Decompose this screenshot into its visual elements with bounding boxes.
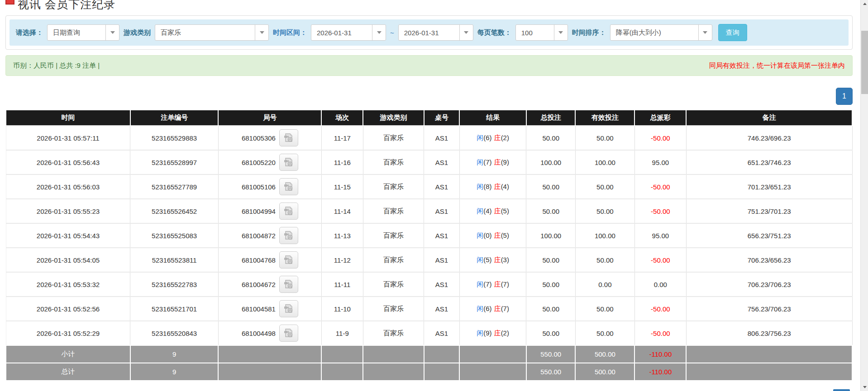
cell-total-payout: 0.00 <box>634 272 686 297</box>
bottom-page-1-button[interactable] <box>833 389 850 391</box>
scrollbar-thumb[interactable] <box>861 31 868 94</box>
table-row: 2026-01-31 05:56:03 523165527789 6810051… <box>6 174 852 199</box>
result-player-count: (7) <box>483 280 491 288</box>
table-row: 2026-01-31 05:52:29 523165520843 6810044… <box>6 321 852 345</box>
video-replay-button[interactable] <box>279 203 298 220</box>
result-banker-count: (7) <box>501 280 509 288</box>
cell-time: 2026-01-31 05:54:05 <box>6 248 130 272</box>
cell-bet-id: 523165523811 <box>130 248 218 272</box>
subtotal-label: 小计 <box>6 345 130 363</box>
video-replay-icon <box>283 206 294 216</box>
page-size-select[interactable]: 100 <box>515 24 568 41</box>
cell-total-bet[interactable]: 50.00 <box>526 297 575 321</box>
cell-total-bet[interactable]: 50.00 <box>526 272 575 297</box>
table-row: 2026-01-31 05:54:05 523165523811 6810047… <box>6 248 852 272</box>
cell-bet-id: 523165521701 <box>130 297 218 321</box>
vertical-scrollbar[interactable] <box>860 0 868 391</box>
cell-bet-id: 523165526452 <box>130 199 218 223</box>
result-player-label: 闲 <box>477 134 483 141</box>
cell-result: 闲(4)庄(5) <box>459 199 526 223</box>
cell-bet-id: 523165520843 <box>130 321 218 345</box>
result-player-count: (8) <box>483 183 491 190</box>
cell-total-bet[interactable]: 50.00 <box>526 199 575 223</box>
result-player-label: 闲 <box>477 280 483 288</box>
cell-time: 2026-01-31 05:52:29 <box>6 321 130 345</box>
cell-round-id: 681004872 <box>218 223 321 248</box>
video-replay-button[interactable] <box>279 276 298 293</box>
result-banker-label: 庄 <box>494 280 501 288</box>
cell-bet-id: 523165527789 <box>130 174 218 199</box>
date-from-select[interactable]: 2026-01-31 <box>311 24 386 41</box>
cell-total-bet[interactable]: 100.00 <box>526 150 575 174</box>
video-replay-button[interactable] <box>279 227 298 244</box>
time-sort-select[interactable]: 降幂(由大到小) <box>610 24 712 41</box>
cell-game-type: 百家乐 <box>363 321 424 345</box>
query-button[interactable]: 查询 <box>718 24 747 41</box>
cell-table-no: AS1 <box>424 150 460 174</box>
column-header-total-bet: 总投注 <box>526 110 575 126</box>
cell-total-payout: -50.00 <box>634 297 686 321</box>
total-payout: -110.00 <box>634 363 686 381</box>
bet-records-table: 时间 注单编号 局号 场次 游戏类别 桌号 结果 总投注 有效投注 总派彩 备注… <box>5 110 853 381</box>
cell-total-bet[interactable]: 50.00 <box>526 174 575 199</box>
result-banker-label: 庄 <box>494 231 501 239</box>
result-player-count: (6) <box>483 305 491 312</box>
result-player-count: (5) <box>483 256 491 264</box>
result-banker-count: (2) <box>501 134 509 141</box>
result-banker-label: 庄 <box>494 158 501 166</box>
result-player-label: 闲 <box>477 207 483 215</box>
range-separator: ~ <box>390 29 394 37</box>
cell-session: 11-9 <box>321 321 363 345</box>
scroll-down-arrow-icon[interactable] <box>861 383 868 391</box>
cell-total-bet[interactable]: 50.00 <box>526 126 575 150</box>
cell-table-no: AS1 <box>424 223 460 248</box>
result-player-count: (7) <box>483 158 491 166</box>
cell-table-no: AS1 <box>424 126 460 150</box>
round-id-text: 681004498 <box>242 330 276 337</box>
cell-total-payout: -50.00 <box>634 248 686 272</box>
result-banker-label: 庄 <box>494 207 501 215</box>
time-range-label: 时间区间： <box>273 28 307 37</box>
summary-bar: 币别：人民币 | 总共 :9 注单 | 同局有效投注，统一计算在该局第一张注单内 <box>5 55 853 76</box>
cell-valid-bet: 50.00 <box>575 321 634 345</box>
game-type-select[interactable]: 百家乐 <box>155 24 269 41</box>
cell-note: 706.23/656.23 <box>686 248 852 272</box>
cell-total-bet[interactable]: 50.00 <box>526 248 575 272</box>
filter-panel: 请选择： 日期查询 游戏类别 百家乐 时间区间： 2026-01-31 ~ 20… <box>5 15 853 50</box>
video-replay-icon <box>283 182 294 192</box>
cell-valid-bet: 100.00 <box>575 150 634 174</box>
table-body: 2026-01-31 05:57:11 523165529883 6810053… <box>6 126 852 345</box>
result-player-count: (6) <box>483 134 491 141</box>
cell-valid-bet: 100.00 <box>575 223 634 248</box>
video-replay-button[interactable] <box>279 300 298 317</box>
result-player-label: 闲 <box>477 183 483 190</box>
video-replay-button[interactable] <box>279 325 298 342</box>
cell-total-bet[interactable]: 100.00 <box>526 223 575 248</box>
scroll-up-arrow-icon[interactable] <box>861 0 868 8</box>
video-replay-button[interactable] <box>279 129 298 146</box>
result-banker-label: 庄 <box>494 256 501 264</box>
column-header-table-no: 桌号 <box>424 110 460 126</box>
cell-total-bet[interactable]: 50.00 <box>526 321 575 345</box>
video-replay-button[interactable] <box>279 251 298 269</box>
cell-valid-bet: 50.00 <box>575 297 634 321</box>
cell-result: 闲(5)庄(3) <box>459 248 526 272</box>
video-replay-button[interactable] <box>279 154 298 171</box>
cell-total-payout: -50.00 <box>634 199 686 223</box>
cell-total-payout: -50.00 <box>634 321 686 345</box>
result-banker-count: (9) <box>501 158 509 166</box>
cell-game-type: 百家乐 <box>363 272 424 297</box>
date-to-select[interactable]: 2026-01-31 <box>398 24 473 41</box>
cell-time: 2026-01-31 05:53:32 <box>6 272 130 297</box>
cell-result: 闲(0)庄(5) <box>459 223 526 248</box>
video-replay-button[interactable] <box>279 178 298 195</box>
result-player-label: 闲 <box>477 329 483 337</box>
cell-note: 706.23/706.23 <box>686 272 852 297</box>
query-type-select[interactable]: 日期查询 <box>47 24 119 41</box>
cell-table-no: AS1 <box>424 199 460 223</box>
total-total-bet: 550.00 <box>526 363 575 381</box>
table-row: 2026-01-31 05:57:11 523165529883 6810053… <box>6 126 852 150</box>
chevron-down-icon <box>255 25 268 40</box>
page-1-button[interactable]: 1 <box>836 88 853 105</box>
result-banker-count: (5) <box>501 231 509 239</box>
